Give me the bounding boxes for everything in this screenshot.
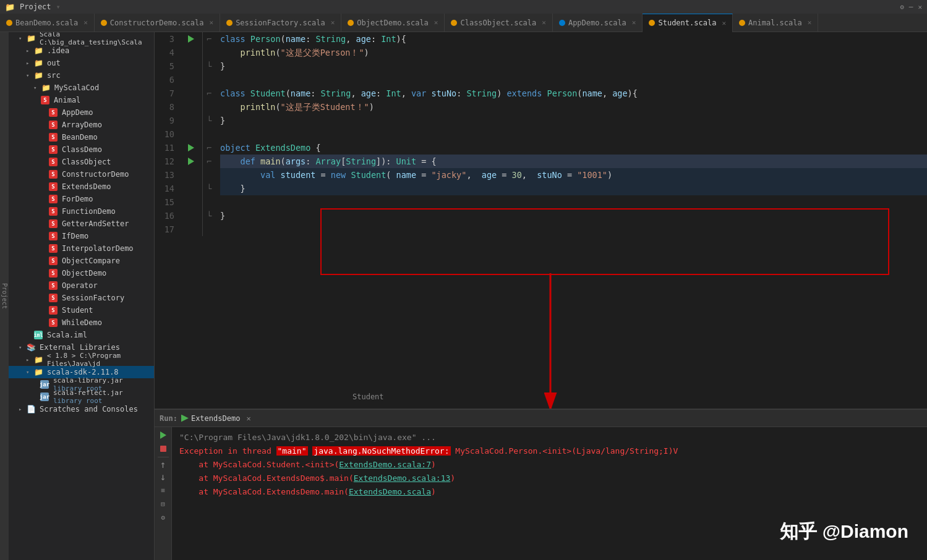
code-line-7: class Student(name: String, age: Int, va… xyxy=(220,87,927,100)
sidebar-item-out[interactable]: ▸ 📁 out xyxy=(9,57,154,69)
scala-icon-objectcompare: S xyxy=(49,257,58,265)
run-icon xyxy=(181,415,189,422)
tab-constructordemo[interactable]: ConstructorDemo.scala ✕ xyxy=(95,14,220,32)
sidebar-item-myscalacod[interactable]: ▾ 📁 MyScalaCod xyxy=(9,82,154,94)
folder-icon-ext-libs: 📚 xyxy=(27,343,36,352)
scala-icon-appdemo: S xyxy=(49,108,58,117)
tab-beandemo[interactable]: BeanDemo.scala ✕ xyxy=(0,14,95,32)
code-line-5: } xyxy=(220,59,927,73)
run-filter-btn[interactable]: ⊟ xyxy=(158,498,169,509)
code-line-11: object ExtendsDemo { xyxy=(220,141,927,155)
folder-icon-myscalacod: 📁 xyxy=(41,83,51,92)
code-line-6 xyxy=(220,73,927,87)
sidebar-item-extendsdemo[interactable]: S ExtendsDemo xyxy=(9,180,154,193)
sidebar-item-getterandsetter[interactable]: S GetterAndSetter xyxy=(9,218,154,230)
tab-icon-objectdemo xyxy=(348,20,354,26)
sidebar-item-fordemo[interactable]: S ForDemo xyxy=(9,193,154,205)
toolbar-icon-build[interactable]: ⚙ xyxy=(900,3,904,11)
run-wrap-btn[interactable]: ≡ xyxy=(158,485,169,496)
breadcrumb-student: Student xyxy=(352,390,384,404)
scala-icon-sessionfactory: S xyxy=(49,294,58,302)
toolbar-icon-close[interactable]: ✕ xyxy=(918,3,922,11)
tab-icon-appdemo xyxy=(559,20,565,26)
sidebar-item-classdemo[interactable]: S ClassDemo xyxy=(9,143,154,156)
toolbar-icon-minus[interactable]: ─ xyxy=(909,3,913,11)
sidebar-item-interpolatordemo[interactable]: S InterpolatorDemo xyxy=(9,242,154,255)
run-output: "C:\Program Files\Java\jdk1.8.0_202\bin\… xyxy=(172,427,927,560)
scala-icon-ifdemo: S xyxy=(49,232,58,240)
sidebar-item-objectcompare[interactable]: S ObjectCompare xyxy=(9,255,154,267)
scala-icon-extendsdemo: S xyxy=(49,182,58,191)
tab-icon-classobject xyxy=(451,20,457,26)
sidebar-item-student[interactable]: S Student xyxy=(9,304,154,316)
sidebar-item-functiondemo[interactable]: S FunctionDemo xyxy=(9,205,154,218)
sidebar-item-src[interactable]: ▾ 📁 src xyxy=(9,69,154,82)
sidebar-item-sessionfactory[interactable]: S SessionFactory xyxy=(9,292,154,304)
sidebar-item-constructordemo[interactable]: S ConstructorDemo xyxy=(9,168,154,180)
sidebar-item-scratches[interactable]: ▸ 📄 Scratches and Consoles xyxy=(9,403,154,415)
scala-icon-arraydemo: S xyxy=(49,121,58,129)
fold-gutter: ⌐ └ ⌐ └ ⌐ ⌐ └ └ xyxy=(203,32,215,236)
scala-icon-functiondemo: S xyxy=(49,207,58,216)
code-line-17 xyxy=(220,223,927,236)
run-btn-12[interactable] xyxy=(188,158,194,165)
tab-appdemo[interactable]: AppDemo.scala ✕ xyxy=(553,14,643,32)
line-numbers: 3 4 5 6 7 8 9 10 11 12 13 14 15 16 xyxy=(155,32,179,236)
scala-icon-whiledemo: S xyxy=(49,318,58,327)
title-bar: 📁 Project ▾ ⚙ ─ ✕ xyxy=(0,0,927,14)
run-btn-11[interactable] xyxy=(188,144,194,151)
sidebar-item-scala-iml[interactable]: iml Scala.iml xyxy=(9,329,154,341)
scala-icon-objectdemo: S xyxy=(49,269,58,278)
link-extendsdemo-main[interactable]: ExtendsDemo.scala xyxy=(349,487,431,496)
sidebar-item-animal[interactable]: S Animal xyxy=(9,94,154,106)
tab-animal[interactable]: Animal.scala ✕ xyxy=(733,14,818,32)
sidebar-item-classobject[interactable]: S ClassObject xyxy=(9,156,154,168)
sidebar-item-scala-reflect-jar[interactable]: jar scala-reflect.jar library root xyxy=(9,391,154,403)
sidebar-item-ifdemo[interactable]: S IfDemo xyxy=(9,230,154,242)
sidebar-item-appdemo[interactable]: S AppDemo xyxy=(9,106,154,119)
code-line-10 xyxy=(220,127,927,141)
run-settings-btn[interactable]: ⚙ xyxy=(158,512,169,523)
code-line-14: } xyxy=(220,182,927,195)
sidebar-item-idea[interactable]: ▸ 📁 .idea xyxy=(9,45,154,57)
jar-icon-library: jar xyxy=(40,380,49,389)
sidebar-item-operator[interactable]: S Operator xyxy=(9,279,154,292)
tab-classobject[interactable]: ClassObject.scala ✕ xyxy=(445,14,552,32)
run-scroll-up[interactable]: ↑ xyxy=(160,460,166,470)
run-play-btn[interactable] xyxy=(158,430,169,441)
run-btn-3[interactable] xyxy=(188,35,194,43)
sidebar-item-scala-root[interactable]: ▾ 📁 Scala C:\big_data_testing\Scala xyxy=(9,32,154,45)
tab-sessionfactory[interactable]: SessionFactory.scala ✕ xyxy=(220,14,341,32)
run-stop-btn[interactable] xyxy=(158,443,169,454)
tab-student[interactable]: Student.scala ✕ xyxy=(643,14,733,32)
close-run-tab[interactable]: ✕ xyxy=(246,414,250,423)
run-sidebar-buttons: ↑ ↓ ≡ ⊟ ⚙ xyxy=(155,427,172,560)
link-extendsdemo-13[interactable]: ExtendsDemo.scala:13 xyxy=(354,473,451,483)
sidebar-item-beandemo[interactable]: S BeanDemo xyxy=(9,131,154,143)
scala-icon-student: S xyxy=(49,306,58,315)
sidebar-item-objectdemo[interactable]: S ObjectDemo xyxy=(9,267,154,279)
code-line-13: val student = new Student( name = "jacky… xyxy=(220,168,927,182)
sidebar-item-arraydemo[interactable]: S ArrayDemo xyxy=(9,119,154,131)
jar-icon-reflect: jar xyxy=(40,392,49,401)
folder-icon-scratches: 📄 xyxy=(27,405,36,414)
link-extendsdemo-7[interactable]: ExtendsDemo.scala:7 xyxy=(339,460,431,469)
run-tab-extendsdemo[interactable]: ExtendsDemo xyxy=(181,414,240,423)
code-line-12: def main(args: Array[String]): Unit = { xyxy=(220,155,927,168)
code-line-16: } xyxy=(220,209,927,223)
arrow-indicator xyxy=(501,273,600,409)
code-editor[interactable]: 3 4 5 6 7 8 9 10 11 12 13 14 15 16 xyxy=(155,32,927,409)
output-error-4: at MyScalaCod.ExtendsDemo.main(ExtendsDe… xyxy=(179,485,920,499)
tab-bar: BeanDemo.scala ✕ ConstructorDemo.scala ✕… xyxy=(0,14,927,32)
scala-icon-interpolatordemo: S xyxy=(49,244,58,253)
divider xyxy=(158,457,169,457)
code-line-9: } xyxy=(220,114,927,127)
run-scroll-down[interactable]: ↓ xyxy=(160,472,166,482)
sidebar-item-whiledemo[interactable]: S WhileDemo xyxy=(9,316,154,329)
scala-icon-fordemo: S xyxy=(49,195,58,203)
sidebar-item-jdk18[interactable]: ▸ 📁 < 1.8 > C:\Program Files\Java\jd xyxy=(9,354,154,366)
tab-icon-sessionfactory xyxy=(226,20,233,26)
code-line-3: class Person(name: String, age: Int){ xyxy=(220,32,927,46)
tab-icon-constructordemo xyxy=(101,20,107,26)
tab-objectdemo[interactable]: ObjectDemo.scala ✕ xyxy=(341,14,445,32)
